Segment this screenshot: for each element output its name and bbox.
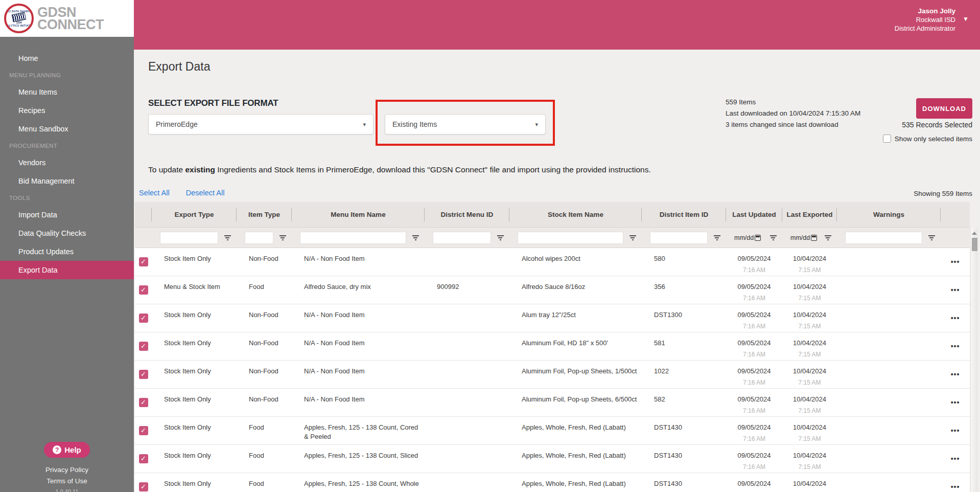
row-checkbox-checked[interactable]: ✓ — [139, 314, 148, 323]
cell-last-exported: 10/04/20247:15 AM — [782, 389, 837, 416]
cell-district-menu-id: 900992 — [425, 276, 509, 304]
sidebar-section-menu-planning: MENU PLANNING — [0, 68, 134, 83]
filter-district-menu-id-input[interactable] — [433, 232, 491, 244]
filter-icon[interactable] — [711, 232, 723, 243]
header-last-exported[interactable]: Last Exported — [782, 202, 837, 227]
row-actions-ellipsis-icon[interactable]: ••• — [951, 288, 960, 292]
header-menu-item-name[interactable]: Menu Item Name — [292, 202, 425, 227]
filter-icon[interactable] — [409, 232, 422, 243]
filter-icon[interactable] — [626, 232, 639, 243]
filter-export-type-input[interactable] — [160, 232, 218, 244]
user-role: District Administrator — [895, 24, 955, 33]
show-only-selected-toggle[interactable]: Show only selected items — [883, 135, 972, 143]
row-checkbox-checked[interactable]: ✓ — [139, 285, 148, 295]
brand-wordmark: GDSN CONNECT — [37, 6, 104, 31]
filter-item-type-input[interactable] — [245, 232, 273, 244]
row-actions-ellipsis-icon[interactable]: ••• — [951, 260, 960, 263]
export-format-heading: SELECT EXPORT FILE FORMAT — [148, 98, 278, 108]
row-checkbox-checked[interactable]: ✓ — [139, 257, 148, 266]
filter-icon[interactable] — [925, 232, 938, 243]
row-checkbox-checked[interactable]: ✓ — [139, 426, 148, 435]
sidebar-item-bid-management[interactable]: Bid Management — [0, 172, 134, 190]
sidebar-item-import-data[interactable]: Import Data — [0, 206, 134, 224]
description-post: Ingredients and Stock Items in PrimeroEd… — [215, 165, 651, 174]
sidebar-item-menu-sandbox[interactable]: Menu Sandbox — [0, 120, 134, 138]
download-button[interactable]: DOWNLOAD — [916, 98, 972, 119]
cell-last-updated: 09/05/20247:16 AM — [726, 304, 782, 332]
filter-icon[interactable] — [221, 232, 234, 243]
row-actions-ellipsis-icon[interactable]: ••• — [951, 373, 960, 376]
row-actions-ellipsis-icon[interactable]: ••• — [951, 317, 960, 320]
calendar-icon[interactable] — [811, 235, 817, 241]
deselect-all-link[interactable]: Deselect All — [186, 189, 225, 197]
cell-warnings — [837, 417, 941, 444]
chevron-down-icon: ▾ — [363, 121, 366, 128]
table-row: ✓ Stock Item Only Non-Food N/A - Non Foo… — [135, 304, 970, 332]
items-filter-select[interactable]: Existing Items ▾ — [385, 114, 546, 135]
filter-icon[interactable] — [767, 232, 779, 243]
header-last-updated[interactable]: Last Updated — [726, 202, 782, 227]
filter-icon[interactable] — [822, 232, 834, 243]
sidebar-item-menu-items[interactable]: Menu Items — [0, 83, 134, 101]
row-actions-ellipsis-icon[interactable]: ••• — [951, 429, 960, 432]
scroll-up-arrow-icon[interactable] — [972, 232, 977, 235]
vertical-scrollbar[interactable] — [970, 228, 978, 492]
row-actions-ellipsis-icon[interactable]: ••• — [951, 457, 960, 460]
sidebar-item-recipes[interactable]: Recipes — [0, 101, 134, 120]
sidebar-item-export-data[interactable]: Export Data — [0, 261, 134, 279]
export-format-select[interactable]: PrimeroEdge ▾ — [148, 114, 374, 135]
header-stock-item-name[interactable]: Stock Item Name — [509, 202, 642, 227]
row-actions-ellipsis-icon[interactable]: ••• — [951, 345, 960, 348]
terms-of-use-link[interactable]: Terms of Use — [0, 477, 134, 485]
show-only-selected-checkbox[interactable] — [883, 135, 891, 143]
calendar-icon[interactable] — [755, 235, 761, 241]
filter-district-item-id-input[interactable] — [650, 232, 708, 244]
row-checkbox-checked[interactable]: ✓ — [139, 454, 148, 463]
privacy-policy-link[interactable]: Privacy Policy — [0, 466, 134, 474]
user-info[interactable]: Jason Jolly Rockwall ISD District Admini… — [895, 7, 955, 33]
cell-last-exported: 10/04/20247:15 AM — [782, 473, 837, 492]
scrollbar-thumb[interactable] — [972, 238, 977, 251]
cell-export-type: Stock Item Only — [152, 417, 237, 444]
row-checkbox-checked[interactable]: ✓ — [139, 482, 148, 491]
showing-items-count: Showing 559 Items — [914, 190, 972, 197]
table-row: ✓ Stock Item Only Non-Food N/A - Non Foo… — [135, 332, 970, 361]
filter-icon[interactable] — [494, 232, 506, 243]
cell-last-updated: 09/05/20247:16 AM — [726, 332, 782, 360]
sidebar-item-vendors[interactable]: Vendors — [0, 153, 134, 172]
filter-icon[interactable] — [276, 232, 289, 243]
top-header-bar: Jason Jolly Rockwall ISD District Admini… — [134, 0, 980, 50]
filter-menu-item-name-input[interactable] — [300, 232, 406, 244]
header-warnings[interactable]: Warnings — [837, 202, 941, 227]
cell-last-updated: 09/05/20247:16 AM — [726, 248, 782, 276]
cell-menu-item-name: Alfredo Sauce, dry mix — [292, 276, 425, 304]
row-actions-ellipsis-icon[interactable]: ••• — [951, 485, 960, 488]
select-all-link[interactable]: Select All — [139, 189, 170, 197]
cell-item-type: Non-Food — [237, 361, 292, 388]
sidebar-section-tools: TOOLS — [0, 190, 134, 206]
header-item-type[interactable]: Item Type — [237, 202, 292, 227]
header-district-menu-id[interactable]: District Menu ID — [425, 202, 509, 227]
page-title: Export Data — [148, 60, 210, 74]
sidebar-item-home[interactable]: Home — [0, 49, 134, 68]
filter-last-exported-date-input[interactable]: mm/dd — [790, 232, 819, 244]
sidebar-item-product-updates[interactable]: Product Updates — [0, 242, 134, 261]
header-district-item-id[interactable]: District Item ID — [642, 202, 726, 227]
table-row: ✓ Stock Item Only Non-Food N/A - Non Foo… — [135, 248, 970, 276]
cell-last-updated: 09/05/20247:16 AM — [726, 445, 782, 473]
cell-last-updated: 09/05/20247:16 AM — [726, 361, 782, 388]
row-checkbox-checked[interactable]: ✓ — [139, 342, 148, 351]
row-checkbox-checked[interactable]: ✓ — [139, 370, 148, 379]
help-button[interactable]: ? Help — [44, 442, 90, 458]
seal-top-text: K-12 DATA SHARING — [5, 10, 33, 13]
cell-stock-item-name: Apples, Whole, Fresh, Red (Labatt) — [509, 473, 642, 492]
cell-district-item-id: DST1430 — [642, 473, 726, 492]
row-checkbox-checked[interactable]: ✓ — [139, 398, 148, 407]
filter-last-updated-date-input[interactable]: mm/dd — [734, 232, 764, 244]
filter-warnings-input[interactable] — [845, 232, 922, 244]
user-menu-caret-icon[interactable]: ▼ — [963, 15, 969, 23]
sidebar-item-data-quality-checks[interactable]: Data Quality Checks — [0, 224, 134, 242]
row-actions-ellipsis-icon[interactable]: ••• — [951, 401, 960, 404]
header-export-type[interactable]: Export Type — [152, 202, 237, 227]
filter-stock-item-name-input[interactable] — [518, 232, 623, 244]
